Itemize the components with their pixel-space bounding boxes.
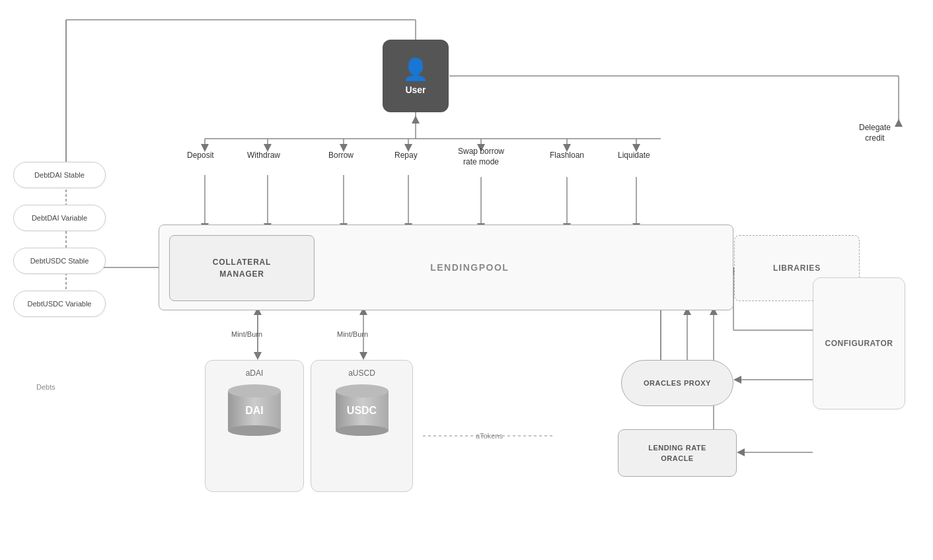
- debt-dai-variable: DebtDAI Variable: [13, 205, 106, 231]
- user-icon: 👤: [402, 57, 429, 82]
- configurator-box: CONFIGURATOR: [813, 277, 905, 409]
- debt-dai-stable: DebtDAI Stable: [13, 162, 106, 188]
- atokens-label: aTokens: [476, 432, 503, 440]
- action-swap-borrow: Swap borrowrate mode: [458, 147, 504, 167]
- user-node: 👤 User: [383, 40, 449, 112]
- action-repay: Repay: [394, 151, 418, 160]
- adai-cylinder-bottom: [228, 425, 281, 436]
- adai-label: aDAI: [246, 368, 264, 378]
- ausdc-box: aUSCD USDC: [311, 360, 413, 492]
- ausdc-cylinder: USDC: [336, 384, 389, 436]
- lendingpool-label: LENDINGPOOL: [430, 262, 509, 273]
- delegate-credit-label: Delegatecredit: [859, 123, 891, 143]
- ausdc-cylinder-top: [336, 384, 389, 398]
- lending-rate-oracle-label: LENDING RATEORACLE: [648, 442, 706, 464]
- action-withdraw: Withdraw: [247, 151, 280, 160]
- svg-marker-62: [733, 376, 741, 384]
- lendingpool-box: LENDINGPOOL COLLATERALMANAGER LIBRARIES: [159, 225, 733, 310]
- libraries-label: LIBRARIES: [773, 263, 821, 273]
- lending-rate-oracle-box: LENDING RATEORACLE: [618, 429, 737, 477]
- mint-burn-ausdc: Mint/Burn: [337, 330, 368, 338]
- adai-box: aDAI DAI: [205, 360, 304, 492]
- svg-marker-51: [359, 352, 367, 360]
- configurator-label: CONFIGURATOR: [825, 339, 893, 348]
- svg-marker-69: [895, 119, 903, 127]
- svg-marker-35: [412, 116, 420, 123]
- debt-usdc-stable: DebtUSDC Stable: [13, 248, 106, 274]
- action-borrow: Borrow: [328, 151, 354, 160]
- ausdc-label: aUSCD: [348, 368, 375, 378]
- collateral-manager-label: COLLATERALMANAGER: [213, 256, 271, 280]
- mint-burn-adai: Mint/Burn: [231, 330, 262, 338]
- adai-cylinder-top: [228, 384, 281, 398]
- debt-usdc-variable: DebtUSDC Variable: [13, 291, 106, 317]
- svg-marker-64: [737, 448, 745, 456]
- debts-label: Debts: [36, 383, 56, 391]
- oracles-proxy-label: ORACLES PROXY: [644, 379, 711, 387]
- action-liquidate: Liquidate: [618, 151, 650, 160]
- collateral-manager-box: COLLATERALMANAGER: [169, 235, 315, 301]
- ausdc-cylinder-bottom: [336, 425, 389, 436]
- user-label: User: [405, 85, 426, 95]
- action-flashloan: Flashloan: [550, 151, 584, 160]
- action-deposit: Deposit: [187, 151, 214, 160]
- oracles-proxy-box: ORACLES PROXY: [621, 360, 733, 406]
- diagram: 👤 User Deposit Withdraw Borrow Repay Swa…: [0, 0, 933, 560]
- svg-marker-47: [254, 352, 262, 360]
- adai-cylinder: DAI: [228, 384, 281, 436]
